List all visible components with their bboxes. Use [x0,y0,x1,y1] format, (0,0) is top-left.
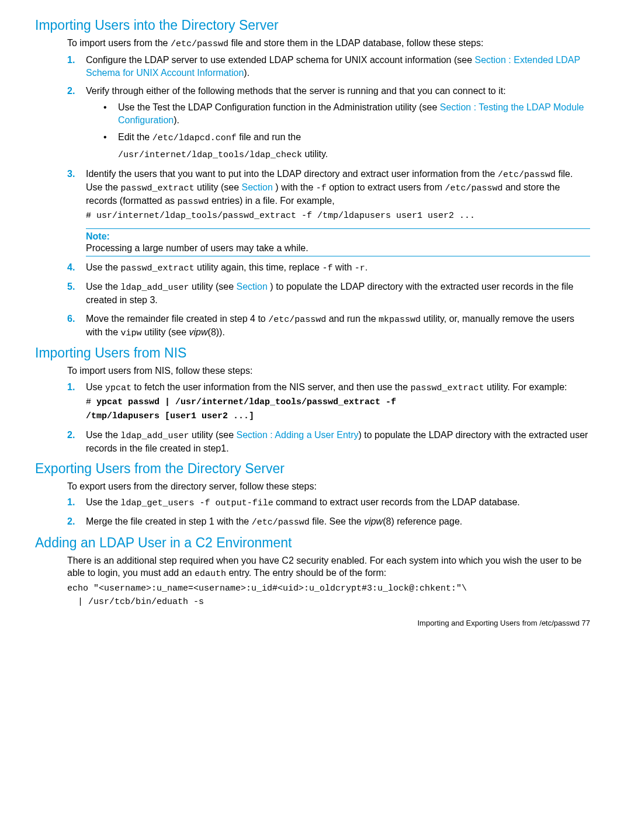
nis-code-1: # ypcat passwd | /usr/internet/ldap_tool… [86,397,590,408]
heading-c2: Adding an LDAP User in a C2 Environment [35,535,590,551]
note-label: Note: [86,231,590,242]
heading-importing-dir: Importing Users into the Directory Serve… [35,18,590,33]
steps-export: Use the ldap_get_users -f output-file co… [67,496,590,529]
step-4: Use the passwd_extract utility again, th… [67,261,590,275]
c2-code-2: | /usr/tcb/bin/eduath -s [67,597,590,607]
page-content: Importing Users into the Directory Serve… [0,0,631,639]
step-6: Move the remainder file created in step … [67,313,590,340]
intro-para: To import users from the /etc/passwd fil… [67,37,590,50]
step2-bullets: Use the Test the LDAP Configuration func… [86,101,590,162]
c2-code-1: echo "<username>:u_name=<username>:u_id#… [67,584,590,593]
nis-step-2: Use the ldap_add_user utility (see Secti… [67,429,590,455]
export-intro: To export users from the directory serve… [67,480,590,493]
step-2: Verify through either of the following m… [67,85,590,161]
note-text: Processing a large number of users may t… [86,243,590,254]
step-3: Identify the users that you want to put … [67,168,590,223]
nis-code-2: /tmp/ldapusers [user1 user2 ...] [86,411,590,422]
export-step-1: Use the ldap_get_users -f output-file co… [67,496,590,509]
steps-nis: Use ypcat to fetch the user information … [67,381,590,455]
bullet-test-config: Use the Test the LDAP Configuration func… [103,101,590,126]
note-rule-top [86,228,590,229]
heading-importing-nis: Importing Users from NIS [35,345,590,361]
code-extract: # usr/internet/ldap_tools/passwd_extract… [86,210,590,222]
link-section-step3[interactable]: Section [242,182,276,192]
step-1: Configure the LDAP server to use extende… [67,54,590,79]
step-5: Use the ldap_add_user utility (see Secti… [67,280,590,307]
page-footer: Importing and Exporting Users from /etc/… [35,619,590,627]
export-step-2: Merge the file created in step 1 with th… [67,515,590,529]
steps-importing-dir: Configure the LDAP server to use extende… [67,54,590,222]
note-rule-bottom [86,256,590,256]
nis-intro: To import users from NIS, follow these s… [67,365,590,377]
nis-step-1: Use ypcat to fetch the user information … [67,381,590,423]
steps-importing-dir-cont: Use the passwd_extract utility again, th… [67,261,590,340]
bullet-edit-file: Edit the /etc/ldapcd.conf file and run t… [103,131,590,162]
c2-intro: There is an additional step required whe… [67,554,590,581]
heading-exporting: Exporting Users from the Directory Serve… [35,461,590,477]
note-block: Note: Processing a large number of users… [86,228,590,256]
link-section-step5[interactable]: Section [237,282,271,291]
link-adding-user[interactable]: Section : Adding a User Entry [237,430,359,440]
